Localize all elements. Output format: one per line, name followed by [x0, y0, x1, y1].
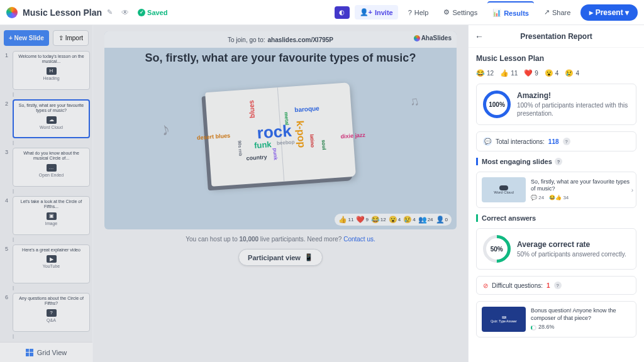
- theme-icon[interactable]: ◐: [335, 6, 350, 19]
- difficult-question-card[interactable]: ⌨Quiz: Type Answer Bonus question! Anyon…: [476, 301, 636, 337]
- back-arrow-icon[interactable]: ←: [475, 31, 484, 41]
- chevron-right-icon: ›: [631, 187, 633, 194]
- report-panel: ← Presentation Report Music Lesson Plan …: [468, 25, 644, 362]
- slide-thumbnail[interactable]: Let's take a look at the Circle of Fifth…: [13, 196, 90, 235]
- grid-view-button[interactable]: Grid View: [0, 342, 92, 362]
- correct-answers-heading: Correct answers: [476, 214, 636, 222]
- music-note-icon: ♫: [408, 93, 420, 109]
- app-logo: [6, 7, 18, 18]
- present-button[interactable]: ▸ Present ▾: [580, 4, 638, 21]
- report-title: Music Lesson Plan: [476, 54, 636, 63]
- total-interactions: 💬 Total interactions: 118 ?: [476, 131, 636, 151]
- phone-icon: 📱: [304, 253, 313, 261]
- participant-view-button[interactable]: Participant view📱: [238, 249, 323, 266]
- progress-ring-icon: [531, 325, 536, 331]
- slide-thumbnail[interactable]: Here's a great explainer video▶YouTube: [13, 244, 90, 283]
- slide-number: 5: [5, 244, 10, 252]
- join-instructions: To join, go to: ahaslides.com/XI795P Aha…: [104, 31, 457, 48]
- brand-logo: AhaSlides: [414, 35, 452, 41]
- help-icon[interactable]: ?: [554, 282, 562, 289]
- music-note-icon: ♪: [158, 119, 172, 141]
- correct-rate-card: 50% Average correct rate 50% of particip…: [476, 228, 636, 270]
- engaging-slides-heading: Most engaging slides?: [476, 158, 636, 165]
- chat-icon: 💬: [483, 137, 492, 146]
- word-cloud: rock k-pop funk blues baroque metal dese…: [205, 82, 356, 187]
- settings-button[interactable]: ⚙Settings: [438, 5, 482, 19]
- help-icon[interactable]: ?: [555, 158, 562, 165]
- difficult-questions-count: ⊘ Difficult questions: 1 ?: [476, 276, 636, 295]
- difficult-thumbnail: ⌨Quiz: Type Answer: [482, 307, 526, 332]
- presentation-title[interactable]: Music Lesson Plan: [23, 8, 102, 18]
- book-illustration: rock k-pop funk blues baroque metal dese…: [205, 82, 356, 187]
- slide-reactions-bar[interactable]: 👍11 ❤️9 😂12 😮4 😢4 👥24 👤0: [335, 214, 452, 226]
- engagement-ring: 100%: [483, 90, 511, 118]
- import-button[interactable]: ⇪Import: [53, 30, 89, 46]
- slide-number: 4: [5, 196, 10, 204]
- editor-canvas: To join, go to: ahaslides.com/XI795P Aha…: [93, 25, 468, 362]
- slide-number: 6: [5, 293, 10, 300]
- share-button[interactable]: ↗Share: [539, 5, 575, 19]
- host-capacity-note: You can host up to 10,000 live participa…: [186, 236, 375, 243]
- report-reactions: 😂12 👍11 ❤️9 😮4 😢4: [476, 69, 636, 77]
- engagement-summary-card: 100% Amazing! 100% of participants inter…: [476, 84, 636, 125]
- slide-thumbnail[interactable]: Any questions about the Circle of Fifths…: [13, 293, 90, 332]
- edit-title-icon[interactable]: ✎: [107, 8, 113, 16]
- slide-panel: + New Slide ⇪Import 1 Welcome to today's…: [0, 25, 93, 362]
- slide-question: So, firstly, what are your favourite typ…: [104, 52, 457, 65]
- engaging-thumbnail: Word Cloud: [482, 177, 526, 202]
- visibility-icon[interactable]: 👁: [121, 8, 129, 17]
- help-icon[interactable]: ?: [563, 138, 570, 145]
- help-button[interactable]: ?Help: [403, 6, 434, 19]
- new-slide-button[interactable]: + New Slide: [4, 30, 49, 46]
- grid-icon: [26, 349, 33, 356]
- report-heading: Presentation Report: [520, 32, 592, 41]
- correct-rate-ring: 50%: [477, 229, 516, 268]
- slide-thumbnail[interactable]: Welcome to today's lesson on the musical…: [13, 51, 90, 90]
- invite-button[interactable]: 👤+Invite: [355, 5, 398, 19]
- slide-number: 2: [5, 99, 10, 107]
- contact-us-link[interactable]: Contact us.: [343, 236, 375, 243]
- slide-thumbnail[interactable]: What do you know about the musical Circl…: [13, 148, 90, 187]
- slide-number: 1: [5, 51, 10, 58]
- slide-thumbnail[interactable]: So, firstly, what are your favourite typ…: [13, 99, 90, 138]
- engaging-slide-card[interactable]: Word Cloud So, firstly, what are your fa…: [476, 172, 636, 208]
- warning-icon: ⊘: [483, 282, 488, 289]
- slide-number: 3: [5, 148, 10, 155]
- results-tab[interactable]: 📊Results: [487, 1, 534, 23]
- slide-preview[interactable]: To join, go to: ahaslides.com/XI795P Aha…: [104, 31, 457, 229]
- saved-status: Saved: [138, 9, 167, 16]
